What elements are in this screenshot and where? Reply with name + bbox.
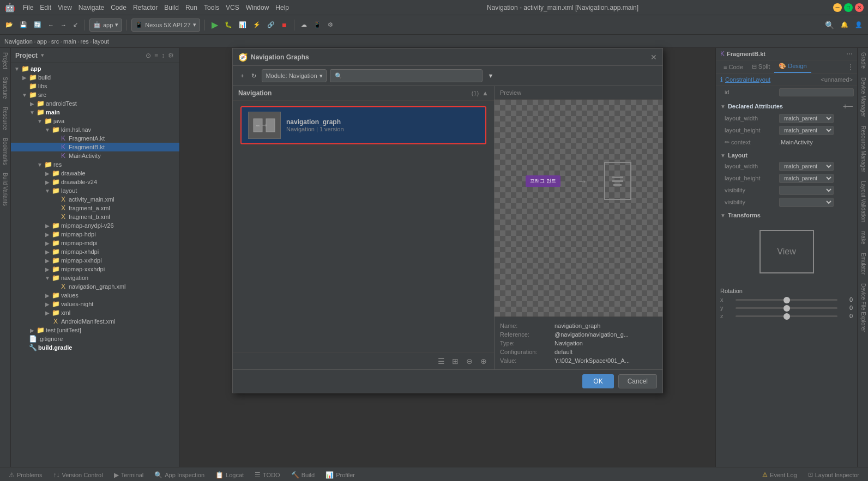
layout-attr-dropdown-0[interactable]: match_parent wrap_content xyxy=(779,162,834,171)
resource-manager-tab[interactable]: Resource Manager xyxy=(858,121,868,176)
coverage-button[interactable]: 📊 xyxy=(237,20,249,29)
device-manager-tab[interactable]: Device Manager xyxy=(858,73,868,121)
attr-more-icon[interactable]: ⋮ xyxy=(847,63,854,71)
device-dropdown[interactable]: 📱 Nexus 5X API 27 ▾ xyxy=(131,19,200,32)
tree-item-drawable[interactable]: ▶ 📁 drawable xyxy=(11,169,179,178)
terminal-tab[interactable]: ▶ Terminal xyxy=(110,470,148,480)
structure-tab-icon[interactable]: Structure xyxy=(1,75,9,101)
zoom-out-button[interactable]: ⊖ xyxy=(463,355,475,367)
event-log-tab[interactable]: ⚠ Event Log xyxy=(758,470,801,479)
layout-inspector-tab[interactable]: ⊡ Layout Inspector xyxy=(804,470,864,479)
tree-item-mipmap-xxxhdpi[interactable]: ▶ 📁 mipmap-xxxhdpi xyxy=(11,265,179,273)
layout-section-header[interactable]: ▼ Layout xyxy=(716,150,857,160)
tree-item-mipmap-hdpi[interactable]: ▶ 📁 mipmap-hdpi xyxy=(11,230,179,239)
locate-file-button[interactable]: ⊙ xyxy=(144,51,152,60)
breadcrumb-layout[interactable]: layout xyxy=(93,38,109,45)
rotation-z-slider[interactable] xyxy=(736,315,837,317)
add-nav-graph-button[interactable]: + xyxy=(238,71,246,80)
menu-vcs[interactable]: VCS xyxy=(222,4,243,11)
declared-attr-dropdown-0[interactable]: match_parent wrap_content xyxy=(779,114,834,123)
tree-item-mipmap-mdpi[interactable]: ▶ 📁 mipmap-mdpi xyxy=(11,239,179,247)
widget-type[interactable]: ConstraintLayout xyxy=(725,76,770,83)
tab-code[interactable]: ≡ Code xyxy=(719,62,748,72)
sdk-button[interactable]: ☁ xyxy=(299,20,309,29)
history-button[interactable]: ↙ xyxy=(71,20,80,29)
tree-item-mainactivity[interactable]: K MainActivity xyxy=(11,151,179,160)
tree-item-main[interactable]: ▼ 📁 main xyxy=(11,108,179,117)
tree-item-values-night[interactable]: ▶ 📁 values-night xyxy=(11,300,179,308)
tree-item-activity-main[interactable]: X activity_main.xml xyxy=(11,195,179,204)
tree-item-test[interactable]: ▶ 📁 test [unitTest] xyxy=(11,326,179,334)
menu-help[interactable]: Help xyxy=(272,4,292,11)
zoom-in-button[interactable]: ⊕ xyxy=(478,355,490,367)
cancel-button[interactable]: Cancel xyxy=(618,374,657,388)
tree-item-fragment-a[interactable]: X fragment_a.xml xyxy=(11,204,179,212)
run-button[interactable]: ▶ xyxy=(209,19,220,31)
settings-button[interactable]: ⚙ xyxy=(326,20,335,29)
open-button[interactable]: 📂 xyxy=(3,20,15,29)
menu-tools[interactable]: Tools xyxy=(201,4,222,11)
tree-item-gitignore[interactable]: 📄 .gitignore xyxy=(11,334,179,343)
collapse-all-button[interactable]: ≡ xyxy=(153,51,159,60)
search-everywhere-button[interactable]: 🔍 xyxy=(823,20,836,31)
gear-icon[interactable]: ⚙ xyxy=(167,51,175,60)
breadcrumb-app[interactable]: app xyxy=(37,38,47,45)
version-control-tab[interactable]: ↑↓ Version Control xyxy=(49,470,107,480)
profiler-tab[interactable]: 📊 Profiler xyxy=(321,470,359,480)
tree-item-xml[interactable]: ▶ 📁 xml xyxy=(11,308,179,317)
project-dropdown[interactable]: ▾ xyxy=(41,52,44,59)
attach-button[interactable]: 🔗 xyxy=(265,20,277,29)
build-variants-icon[interactable]: Build Variants xyxy=(1,171,9,208)
save-button[interactable]: 💾 xyxy=(17,20,29,29)
tree-item-mipmap-xxhdpi[interactable]: ▶ 📁 mipmap-xxhdpi xyxy=(11,256,179,265)
tree-item-drawable-v24[interactable]: ▶ 📁 drawable-v24 xyxy=(11,178,179,186)
layout-attr-dropdown-3[interactable]: visible invisible gone xyxy=(779,198,834,207)
debug-button[interactable]: 🐛 xyxy=(222,20,234,29)
app-dropdown[interactable]: 🤖 app ▾ xyxy=(89,19,122,32)
transforms-section-header[interactable]: ▼ Transforms xyxy=(716,210,857,220)
dialog-close-button[interactable]: ✕ xyxy=(650,53,657,62)
close-button[interactable]: ✕ xyxy=(855,3,864,12)
tab-design[interactable]: 🎨 Design xyxy=(774,60,811,73)
tree-item-mipmap-xhdpi[interactable]: ▶ 📁 mipmap-xhdpi xyxy=(11,247,179,256)
resource-manager-icon[interactable]: Resource xyxy=(1,105,9,132)
tree-item-java[interactable]: ▼ 📁 java xyxy=(11,117,179,125)
account-button[interactable]: 👤 xyxy=(853,20,865,29)
declared-remove-button[interactable]: ─ xyxy=(847,102,853,111)
attr-file-settings-icon[interactable]: ⋯ xyxy=(846,50,853,58)
tree-item-androidmanifest[interactable]: X AndroidManifest.xml xyxy=(11,317,179,326)
profile-button[interactable]: ⚡ xyxy=(251,20,263,29)
tree-item-kimnav[interactable]: ▼ 📁 kim.hsl.nav xyxy=(11,125,179,134)
device-file-explorer-tab[interactable]: Device File Explorer xyxy=(858,279,868,336)
breadcrumb-navigation[interactable]: Navigation xyxy=(4,38,33,45)
maximize-button[interactable]: □ xyxy=(844,3,853,12)
rotation-x-slider[interactable] xyxy=(736,299,837,301)
layout-attr-dropdown-1[interactable]: match_parent wrap_content xyxy=(779,174,834,183)
minimize-button[interactable]: ─ xyxy=(833,3,842,12)
layout-attr-dropdown-2[interactable]: visible invisible gone xyxy=(779,186,834,195)
refresh-nav-graphs-button[interactable]: ↻ xyxy=(249,71,258,81)
logcat-tab[interactable]: 📋 Logcat xyxy=(211,470,248,480)
stop-button[interactable]: ⏹ xyxy=(279,21,290,29)
todo-tab[interactable]: ☰ TODO xyxy=(250,470,285,480)
tree-item-libs[interactable]: 📁 libs xyxy=(11,82,179,90)
ok-button[interactable]: OK xyxy=(582,374,613,388)
menu-build[interactable]: Build xyxy=(161,4,182,11)
sort-button[interactable]: ↕ xyxy=(160,51,166,60)
list-view-button[interactable]: ☰ xyxy=(435,355,447,367)
project-tab-icon[interactable]: Project xyxy=(1,50,9,71)
layout-validation-tab[interactable]: Layout Validation xyxy=(858,176,868,227)
menu-window[interactable]: Window xyxy=(243,4,273,11)
tree-item-navigation[interactable]: ▼ 📁 navigation xyxy=(11,273,179,282)
tree-item-src[interactable]: ▼ 📁 src xyxy=(11,90,179,99)
tree-item-androidtest[interactable]: ▶ 📁 androidTest xyxy=(11,99,179,108)
menu-navigate[interactable]: Navigate xyxy=(75,4,107,11)
notifications-button[interactable]: 🔔 xyxy=(839,20,851,29)
nav-graph-search-input[interactable] xyxy=(330,69,483,82)
gradle-tab[interactable]: Gradle xyxy=(858,48,868,73)
rotation-y-slider[interactable] xyxy=(736,307,837,309)
breadcrumb-src[interactable]: src xyxy=(51,38,59,45)
make-tab[interactable]: make xyxy=(858,227,868,248)
declared-add-button[interactable]: + xyxy=(843,102,847,111)
avd-button[interactable]: 📱 xyxy=(311,20,323,29)
